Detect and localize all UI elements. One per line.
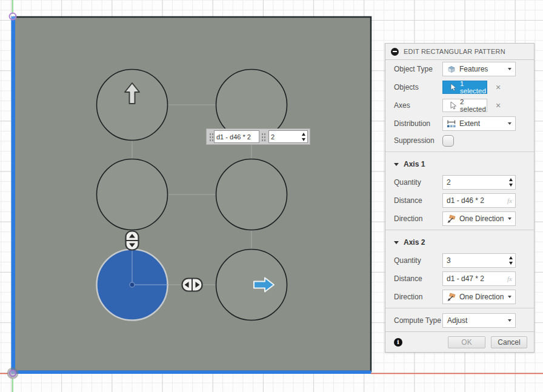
- divider: [385, 151, 534, 152]
- axis1-quantity-label: Quantity: [394, 178, 442, 187]
- quantity-stepper[interactable]: [302, 133, 305, 141]
- compute-type-value: Adjust: [447, 316, 508, 325]
- axis2-quantity-row: Quantity: [394, 253, 516, 268]
- axis1-direction-select[interactable]: One Direction: [442, 211, 516, 226]
- axis1-section-header[interactable]: Axis 1: [394, 159, 534, 169]
- cursor-arrow-icon: [450, 83, 457, 91]
- dialog-header: EDIT RECTANGULAR PATTERN: [385, 44, 534, 60]
- axes-label: Axes: [394, 101, 442, 110]
- axis2-section-header[interactable]: Axis 2: [394, 238, 534, 247]
- objects-row: Objects 1 selected ×: [394, 80, 516, 95]
- axis2-distance-row: Distance fx: [394, 271, 516, 286]
- axis2-distance-input[interactable]: [443, 274, 515, 283]
- axis1-distance-label: Distance: [394, 196, 442, 205]
- one-direction-icon: [447, 292, 456, 302]
- collapse-triangle-icon: [394, 163, 399, 166]
- axis2-direction-value: One Direction: [459, 293, 508, 301]
- selected-edge-bottom[interactable]: [12, 371, 371, 374]
- axis1-quantity-stepper[interactable]: [509, 178, 513, 187]
- collapse-dialog-button[interactable]: [391, 48, 399, 56]
- ok-button[interactable]: OK: [448, 336, 485, 348]
- pattern-circle[interactable]: [216, 250, 287, 321]
- objects-label: Objects: [394, 83, 442, 91]
- objects-selected-count: 1 selected: [460, 80, 486, 95]
- axes-selected-count: 2 selected: [460, 98, 486, 113]
- object-type-select[interactable]: Features: [442, 62, 516, 76]
- axis1-direction-row: Direction One Direction: [394, 211, 516, 226]
- object-type-row: Object Type Features: [394, 62, 516, 76]
- corner-point-marker[interactable]: [10, 13, 16, 20]
- axis1-title: Axis 1: [404, 160, 425, 168]
- pattern-quantity-field: [268, 130, 308, 143]
- axes-select-button[interactable]: 2 selected: [442, 99, 487, 112]
- chevron-down-icon: [508, 218, 511, 220]
- chevron-down-icon: [508, 122, 511, 125]
- axis1-direction-value: One Direction: [459, 214, 508, 223]
- edit-rectangular-pattern-dialog: EDIT RECTANGULAR PATTERN Object Type Fea…: [385, 43, 535, 353]
- axis2-direction-select[interactable]: One Direction: [442, 290, 516, 304]
- axis2-quantity-field: [442, 253, 516, 268]
- fx-icon: fx: [507, 275, 512, 282]
- distribution-select[interactable]: Extent: [442, 116, 516, 131]
- axis1-quantity-row: Quantity: [394, 175, 516, 190]
- suppression-checkbox[interactable]: [442, 135, 454, 147]
- dialog-body: Object Type Features Objects: [385, 60, 534, 328]
- axis1-distance-row: Distance fx: [394, 193, 516, 208]
- extent-icon: [447, 119, 456, 128]
- axis2-quantity-stepper[interactable]: [509, 256, 513, 265]
- suppression-label: Suppression: [394, 136, 442, 145]
- info-icon[interactable]: i: [394, 338, 402, 347]
- features-icon: [447, 65, 456, 74]
- selected-edge-left[interactable]: [12, 16, 16, 373]
- chevron-down-icon: [508, 319, 511, 322]
- divider: [385, 230, 534, 230]
- axis2-title: Axis 2: [404, 238, 425, 247]
- axis2-direction-label: Direction: [394, 293, 442, 301]
- cancel-button[interactable]: Cancel: [491, 336, 527, 348]
- minus-icon: [393, 51, 397, 52]
- origin-point-marker[interactable]: [7, 368, 19, 379]
- axis2-direction-row: Direction One Direction: [394, 290, 516, 304]
- flip-horizontal-handle[interactable]: [182, 279, 202, 291]
- axis2-distance-field: fx: [442, 271, 516, 286]
- axis1-direction-label: Direction: [394, 214, 442, 223]
- drag-grip-icon[interactable]: [261, 132, 267, 141]
- one-direction-icon: [447, 214, 456, 224]
- compute-type-row: Compute Type Adjust: [394, 313, 516, 328]
- collapse-triangle-icon: [394, 241, 399, 244]
- axis2-distance-label: Distance: [394, 274, 442, 283]
- axis1-distance-input[interactable]: [443, 196, 515, 205]
- compute-type-label: Compute Type: [394, 316, 442, 325]
- axis1-quantity-input[interactable]: [443, 178, 515, 187]
- clear-axes-button[interactable]: ×: [496, 101, 501, 110]
- distribution-label: Distribution: [394, 119, 442, 128]
- axis2-quantity-label: Quantity: [394, 256, 442, 265]
- dialog-title: EDIT RECTANGULAR PATTERN: [404, 48, 505, 55]
- axes-row: Axes 2 selected ×: [394, 98, 516, 113]
- pattern-distance-input[interactable]: [214, 130, 259, 143]
- pattern-circle[interactable]: [216, 159, 287, 230]
- distribution-row: Distribution Extent: [394, 116, 516, 131]
- app-window: EDIT RECTANGULAR PATTERN Object Type Fea…: [0, 0, 543, 392]
- objects-select-button[interactable]: 1 selected: [442, 81, 487, 94]
- chevron-down-icon: [508, 296, 511, 298]
- dialog-footer: i OK Cancel: [385, 331, 534, 352]
- clear-objects-button[interactable]: ×: [496, 83, 501, 91]
- axis1-distance-field: fx: [442, 193, 516, 208]
- axis1-quantity-field: [442, 175, 516, 190]
- pattern-circle[interactable]: [97, 159, 168, 230]
- cursor-arrow-icon: [450, 101, 457, 110]
- object-type-label: Object Type: [394, 65, 442, 73]
- suppression-row: Suppression: [394, 135, 516, 147]
- distribution-value: Extent: [459, 119, 508, 128]
- compute-type-select[interactable]: Adjust: [442, 313, 516, 328]
- object-type-value: Features: [459, 65, 508, 73]
- drag-grip-icon[interactable]: [209, 132, 213, 141]
- fx-icon: fx: [507, 197, 512, 204]
- axis2-quantity-input[interactable]: [443, 256, 515, 265]
- divider: [385, 308, 534, 308]
- flip-vertical-handle[interactable]: [126, 231, 139, 250]
- chevron-down-icon: [508, 68, 511, 70]
- dimension-edit-widget: [206, 128, 310, 145]
- pattern-circle[interactable]: [97, 70, 168, 141]
